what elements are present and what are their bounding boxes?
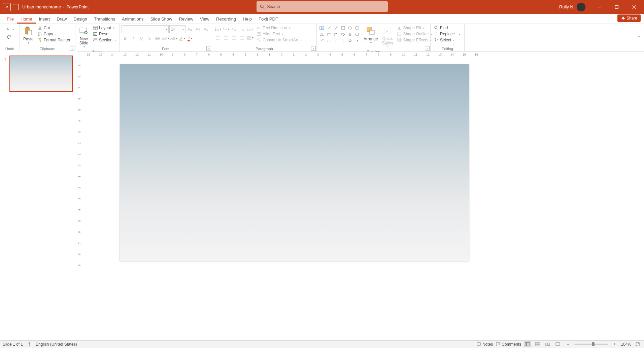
clear-formatting-button[interactable]: Aᵩ <box>202 26 210 33</box>
language-status[interactable]: English (United States) <box>36 342 77 347</box>
font-size-box[interactable]: 24▾ <box>169 25 185 33</box>
shadow-button[interactable]: S <box>146 35 153 42</box>
change-case-button[interactable]: Aa▾ <box>170 35 177 42</box>
zoom-in-button[interactable]: + <box>611 341 618 347</box>
cut-button[interactable]: Cut <box>36 25 72 31</box>
shape-line-icon[interactable] <box>326 25 332 31</box>
quick-styles-button[interactable]: A Quick Styles▾ <box>381 25 395 49</box>
grow-font-button[interactable]: A▴ <box>186 26 194 33</box>
columns-button[interactable]: ▾ <box>246 34 254 41</box>
align-center-button[interactable] <box>222 34 230 41</box>
tab-animations[interactable]: Animations <box>118 15 147 24</box>
shape-line-arrow-icon[interactable] <box>333 25 339 31</box>
avatar[interactable] <box>577 3 585 11</box>
tab-view[interactable]: View <box>197 15 213 24</box>
autosave-icon[interactable] <box>13 4 19 10</box>
zoom-level[interactable]: 104% <box>621 342 631 347</box>
notes-button[interactable]: Notes <box>476 342 493 347</box>
tab-recording[interactable]: Recording <box>213 15 239 24</box>
shape-hexagon-icon[interactable] <box>354 32 360 37</box>
select-button[interactable]: Select▾ <box>433 37 462 43</box>
find-button[interactable]: Find <box>433 25 462 31</box>
line-spacing-button[interactable]: ▾ <box>246 25 254 33</box>
font-family-box[interactable]: ▾ <box>122 25 169 33</box>
shape-elbow-arrow-icon[interactable] <box>333 32 339 37</box>
reading-view-button[interactable] <box>544 341 551 347</box>
tab-draw[interactable]: Draw <box>53 15 70 24</box>
collapse-ribbon-button[interactable]: ˄ <box>636 35 642 41</box>
shape-textbox-icon[interactable]: A <box>319 25 325 31</box>
decrease-indent-button[interactable] <box>230 25 238 33</box>
new-slide-button[interactable]: New Slide▾ <box>77 25 90 49</box>
sorter-view-button[interactable] <box>534 341 541 347</box>
increase-indent-button[interactable] <box>238 25 246 33</box>
strike-button[interactable]: ab <box>154 35 161 42</box>
tab-file[interactable]: File <box>3 15 17 24</box>
undo-button[interactable]: ▾ <box>4 27 15 32</box>
arrange-button[interactable]: Arrange▾ <box>362 25 379 45</box>
char-spacing-button[interactable]: AV▾ <box>162 35 169 42</box>
maximize-button[interactable] <box>609 0 624 14</box>
highlight-button[interactable]: ▾ <box>178 35 185 42</box>
clipboard-launcher[interactable]: ↘ <box>70 46 74 51</box>
shape-star-icon[interactable] <box>347 38 353 43</box>
zoom-slider-thumb[interactable] <box>592 342 595 346</box>
shape-outline-button[interactable]: Shape Outline▾ <box>396 31 433 37</box>
align-left-button[interactable] <box>214 34 222 41</box>
tab-transitions[interactable]: Transitions <box>91 15 118 24</box>
shape-arrow-right-icon[interactable] <box>340 32 346 37</box>
align-text-button[interactable]: Align Text▾ <box>255 31 303 37</box>
italic-button[interactable]: I <box>130 35 137 42</box>
shape-oval-icon[interactable] <box>347 25 353 31</box>
slide-counter[interactable]: Slide 1 of 1 <box>3 342 23 347</box>
tab-review[interactable]: Review <box>175 15 197 24</box>
numbering-button[interactable]: 12▾ <box>222 25 230 33</box>
normal-view-button[interactable] <box>524 341 531 347</box>
shapes-more-button[interactable]: ▾ <box>354 38 360 43</box>
shape-curve-icon[interactable] <box>326 38 332 43</box>
font-color-button[interactable]: A▾ <box>186 35 194 42</box>
replace-button[interactable]: Replace▾ <box>433 31 462 37</box>
slide-canvas[interactable] <box>120 64 469 261</box>
shape-elbow-icon[interactable] <box>326 32 332 37</box>
accessibility-button[interactable] <box>27 342 32 347</box>
shape-connector-icon[interactable] <box>319 38 325 43</box>
user-name[interactable]: Rully N <box>559 4 573 9</box>
shapes-gallery[interactable]: A { } ▾ <box>319 25 361 44</box>
shrink-font-button[interactable]: A▾ <box>194 26 202 33</box>
bold-button[interactable]: B <box>122 35 129 42</box>
share-button[interactable]: Share <box>617 14 641 22</box>
font-launcher[interactable]: ↘ <box>206 46 211 51</box>
reset-button[interactable]: Reset <box>92 31 117 37</box>
tab-home[interactable]: Home <box>17 15 36 24</box>
fit-to-window-button[interactable] <box>634 341 641 347</box>
slideshow-view-button[interactable] <box>554 341 562 347</box>
shape-arrow-down-icon[interactable] <box>347 32 353 37</box>
search-box[interactable]: Search <box>257 1 388 12</box>
copy-button[interactable]: Copy▾ <box>36 31 72 37</box>
drawing-launcher[interactable]: ↘ <box>425 46 430 51</box>
tab-insert[interactable]: Insert <box>36 15 54 24</box>
shape-brace-left-icon[interactable]: { <box>333 38 339 43</box>
paste-button[interactable]: Paste▾ <box>22 25 35 45</box>
zoom-slider[interactable] <box>574 344 608 345</box>
slide-thumbnail-1[interactable] <box>9 56 73 92</box>
underline-button[interactable]: U <box>138 35 145 42</box>
minimize-button[interactable] <box>591 0 607 14</box>
layout-button[interactable]: Layout▾ <box>92 25 117 31</box>
redo-button[interactable] <box>6 34 13 39</box>
tab-foxit-pdf[interactable]: Foxit PDF <box>255 15 281 24</box>
bullets-button[interactable]: ▾ <box>214 25 222 33</box>
close-button[interactable] <box>626 0 642 14</box>
section-button[interactable]: Section▾ <box>92 37 117 43</box>
tab-design[interactable]: Design <box>70 15 91 24</box>
zoom-out-button[interactable]: − <box>564 341 572 347</box>
justify-button[interactable] <box>238 34 246 41</box>
shape-triangle-icon[interactable] <box>319 32 325 37</box>
shape-brace-right-icon[interactable]: } <box>340 38 346 43</box>
align-right-button[interactable] <box>230 34 238 41</box>
shape-rounded-rect-icon[interactable] <box>354 25 360 31</box>
tab-help[interactable]: Help <box>239 15 255 24</box>
shape-rectangle-icon[interactable] <box>340 25 346 31</box>
comments-button[interactable]: Comments <box>496 342 521 347</box>
